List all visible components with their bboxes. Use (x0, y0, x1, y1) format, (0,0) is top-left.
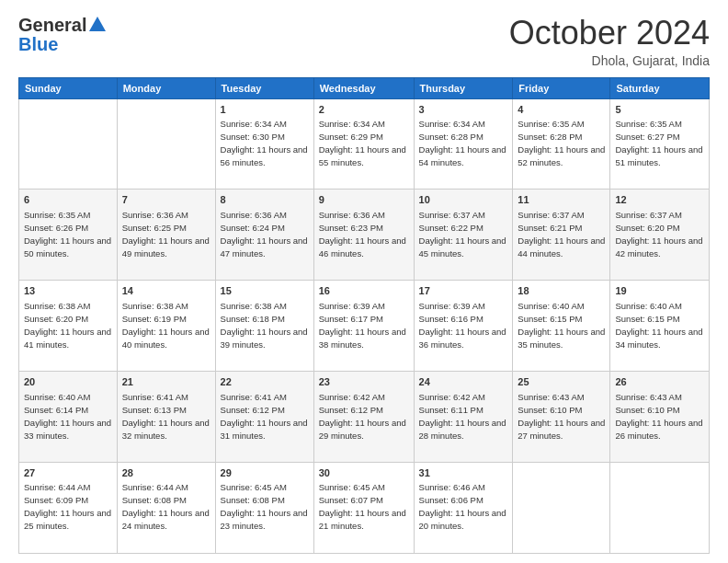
calendar-cell: 7 Sunrise: 6:36 AMSunset: 6:25 PMDayligh… (117, 190, 215, 281)
calendar-cell: 19 Sunrise: 6:40 AMSunset: 6:15 PMDaylig… (610, 281, 710, 372)
day-info: Sunrise: 6:36 AMSunset: 6:25 PMDaylight:… (122, 210, 210, 259)
day-number: 21 (122, 375, 210, 389)
calendar-cell: 27 Sunrise: 6:44 AMSunset: 6:09 PMDaylig… (19, 463, 118, 554)
day-info: Sunrise: 6:43 AMSunset: 6:10 PMDaylight:… (615, 392, 702, 441)
day-number: 9 (319, 193, 409, 207)
day-number: 29 (221, 466, 309, 480)
day-number: 14 (122, 284, 210, 298)
day-number: 8 (221, 193, 309, 207)
svg-marker-0 (89, 17, 106, 31)
page-header: General Blue October 2024 Dhola, Gujarat… (18, 15, 710, 68)
day-number: 2 (319, 103, 409, 117)
calendar-header-row: Sunday Monday Tuesday Wednesday Thursday… (19, 77, 710, 98)
location: Dhola, Gujarat, India (509, 53, 710, 68)
calendar-table: Sunday Monday Tuesday Wednesday Thursday… (18, 77, 710, 554)
day-info: Sunrise: 6:40 AMSunset: 6:15 PMDaylight:… (518, 301, 605, 350)
calendar-cell: 20 Sunrise: 6:40 AMSunset: 6:14 PMDaylig… (19, 372, 118, 463)
day-info: Sunrise: 6:38 AMSunset: 6:20 PMDaylight:… (24, 301, 111, 350)
calendar-week-4: 20 Sunrise: 6:40 AMSunset: 6:14 PMDaylig… (19, 372, 710, 463)
calendar-cell: 11 Sunrise: 6:37 AMSunset: 6:21 PMDaylig… (513, 190, 610, 281)
header-tuesday: Tuesday (215, 77, 313, 98)
calendar-cell: 26 Sunrise: 6:43 AMSunset: 6:10 PMDaylig… (610, 372, 710, 463)
day-info: Sunrise: 6:37 AMSunset: 6:20 PMDaylight:… (615, 210, 702, 259)
calendar-cell: 24 Sunrise: 6:42 AMSunset: 6:11 PMDaylig… (414, 372, 513, 463)
calendar-cell (513, 463, 610, 554)
calendar-week-2: 6 Sunrise: 6:35 AMSunset: 6:26 PMDayligh… (19, 190, 710, 281)
header-friday: Friday (513, 77, 610, 98)
day-info: Sunrise: 6:44 AMSunset: 6:09 PMDaylight:… (24, 482, 111, 531)
day-number: 26 (615, 375, 704, 389)
calendar-cell: 25 Sunrise: 6:43 AMSunset: 6:10 PMDaylig… (513, 372, 610, 463)
day-info: Sunrise: 6:34 AMSunset: 6:30 PMDaylight:… (221, 119, 308, 167)
day-number: 27 (24, 466, 112, 480)
calendar-cell: 10 Sunrise: 6:37 AMSunset: 6:22 PMDaylig… (414, 190, 513, 281)
header-sunday: Sunday (19, 77, 118, 98)
day-number: 6 (24, 193, 112, 207)
day-number: 22 (221, 375, 309, 389)
calendar-cell: 16 Sunrise: 6:39 AMSunset: 6:17 PMDaylig… (313, 281, 414, 372)
day-number: 16 (319, 284, 409, 298)
day-number: 23 (319, 375, 409, 389)
day-number: 18 (518, 284, 605, 298)
title-block: October 2024 Dhola, Gujarat, India (509, 15, 710, 68)
calendar-cell: 17 Sunrise: 6:39 AMSunset: 6:16 PMDaylig… (414, 281, 513, 372)
day-number: 19 (615, 284, 704, 298)
calendar-cell: 22 Sunrise: 6:41 AMSunset: 6:12 PMDaylig… (215, 372, 313, 463)
day-info: Sunrise: 6:41 AMSunset: 6:13 PMDaylight:… (122, 392, 210, 441)
day-number: 5 (615, 103, 704, 117)
day-info: Sunrise: 6:38 AMSunset: 6:18 PMDaylight:… (221, 301, 308, 350)
calendar-cell: 15 Sunrise: 6:38 AMSunset: 6:18 PMDaylig… (215, 281, 313, 372)
calendar-cell: 21 Sunrise: 6:41 AMSunset: 6:13 PMDaylig… (117, 372, 215, 463)
calendar-cell: 14 Sunrise: 6:38 AMSunset: 6:19 PMDaylig… (117, 281, 215, 372)
calendar-cell: 12 Sunrise: 6:37 AMSunset: 6:20 PMDaylig… (610, 190, 710, 281)
day-info: Sunrise: 6:42 AMSunset: 6:11 PMDaylight:… (419, 392, 506, 441)
header-saturday: Saturday (610, 77, 710, 98)
day-number: 30 (319, 466, 409, 480)
calendar-cell: 18 Sunrise: 6:40 AMSunset: 6:15 PMDaylig… (513, 281, 610, 372)
calendar-cell (19, 98, 118, 190)
day-info: Sunrise: 6:45 AMSunset: 6:08 PMDaylight:… (221, 482, 308, 531)
day-info: Sunrise: 6:46 AMSunset: 6:06 PMDaylight:… (419, 482, 506, 531)
day-info: Sunrise: 6:45 AMSunset: 6:07 PMDaylight:… (319, 482, 406, 531)
calendar-week-5: 27 Sunrise: 6:44 AMSunset: 6:09 PMDaylig… (19, 463, 710, 554)
calendar-cell: 31 Sunrise: 6:46 AMSunset: 6:06 PMDaylig… (414, 463, 513, 554)
logo: General Blue (18, 15, 107, 55)
calendar-cell: 3 Sunrise: 6:34 AMSunset: 6:28 PMDayligh… (414, 98, 513, 190)
day-info: Sunrise: 6:35 AMSunset: 6:27 PMDaylight:… (615, 119, 702, 167)
day-info: Sunrise: 6:39 AMSunset: 6:16 PMDaylight:… (419, 301, 506, 350)
day-number: 1 (221, 103, 309, 117)
calendar-cell: 5 Sunrise: 6:35 AMSunset: 6:27 PMDayligh… (610, 98, 710, 190)
day-number: 12 (615, 193, 704, 207)
header-thursday: Thursday (414, 77, 513, 98)
calendar-week-1: 1 Sunrise: 6:34 AMSunset: 6:30 PMDayligh… (19, 98, 710, 190)
calendar-cell (610, 463, 710, 554)
day-number: 17 (419, 284, 508, 298)
day-info: Sunrise: 6:34 AMSunset: 6:29 PMDaylight:… (319, 119, 406, 167)
day-number: 7 (122, 193, 210, 207)
day-number: 13 (24, 284, 112, 298)
day-info: Sunrise: 6:39 AMSunset: 6:17 PMDaylight:… (319, 301, 406, 350)
day-info: Sunrise: 6:41 AMSunset: 6:12 PMDaylight:… (221, 392, 308, 441)
day-info: Sunrise: 6:40 AMSunset: 6:14 PMDaylight:… (24, 392, 111, 441)
day-info: Sunrise: 6:44 AMSunset: 6:08 PMDaylight:… (122, 482, 210, 531)
calendar-cell: 6 Sunrise: 6:35 AMSunset: 6:26 PMDayligh… (19, 190, 118, 281)
calendar-cell: 8 Sunrise: 6:36 AMSunset: 6:24 PMDayligh… (215, 190, 313, 281)
calendar-cell: 2 Sunrise: 6:34 AMSunset: 6:29 PMDayligh… (313, 98, 414, 190)
day-number: 24 (419, 375, 508, 389)
month-title: October 2024 (509, 15, 710, 52)
calendar-cell: 30 Sunrise: 6:45 AMSunset: 6:07 PMDaylig… (313, 463, 414, 554)
day-info: Sunrise: 6:36 AMSunset: 6:24 PMDaylight:… (221, 210, 308, 259)
day-number: 28 (122, 466, 210, 480)
day-info: Sunrise: 6:42 AMSunset: 6:12 PMDaylight:… (319, 392, 406, 441)
day-number: 15 (221, 284, 309, 298)
day-info: Sunrise: 6:38 AMSunset: 6:19 PMDaylight:… (122, 301, 210, 350)
calendar-cell: 9 Sunrise: 6:36 AMSunset: 6:23 PMDayligh… (313, 190, 414, 281)
day-info: Sunrise: 6:34 AMSunset: 6:28 PMDaylight:… (419, 119, 506, 167)
day-number: 20 (24, 375, 112, 389)
header-wednesday: Wednesday (313, 77, 414, 98)
calendar-cell: 1 Sunrise: 6:34 AMSunset: 6:30 PMDayligh… (215, 98, 313, 190)
logo-triangle (88, 15, 107, 33)
calendar-cell: 13 Sunrise: 6:38 AMSunset: 6:20 PMDaylig… (19, 281, 118, 372)
day-number: 4 (518, 103, 605, 117)
day-info: Sunrise: 6:36 AMSunset: 6:23 PMDaylight:… (319, 210, 406, 259)
